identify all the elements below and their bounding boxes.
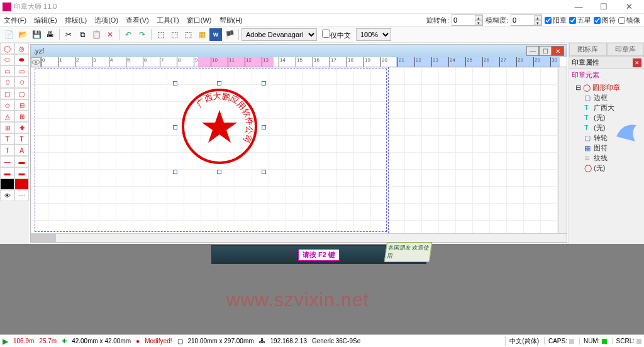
tool-line-icon[interactable]: —	[0, 156, 14, 167]
tool-rect-icon[interactable]: ▭	[0, 65, 14, 77]
grid-icon[interactable]: ▦	[196, 28, 208, 41]
tree-root[interactable]: 圆形印章	[592, 83, 620, 92]
handle-se[interactable]	[262, 170, 266, 174]
close-button[interactable]: ✕	[616, 0, 641, 14]
tree-symbol[interactable]: 图符	[594, 143, 608, 153]
copy-icon[interactable]: ⧉	[76, 28, 89, 41]
tool-bar-icon[interactable]: ▬	[14, 156, 29, 167]
tab-icon-lib[interactable]: 图标库	[569, 43, 607, 56]
open-icon[interactable]: 📂	[16, 28, 29, 41]
check-tufu[interactable]: 图符	[594, 16, 616, 25]
word-icon[interactable]: W	[209, 28, 222, 41]
blur-spinner[interactable]: ▴▾	[511, 14, 542, 26]
check-cn-only[interactable]: 仅中文	[322, 30, 351, 40]
blur-input[interactable]	[511, 16, 534, 24]
ruler-corner-eye-icon[interactable]	[31, 57, 41, 67]
tool-rect2-icon[interactable]: ▭	[14, 65, 29, 77]
rotation-down[interactable]: ▾	[475, 20, 482, 25]
check-mirror[interactable]: 镜像	[618, 16, 640, 25]
tool-text-icon[interactable]: T	[0, 133, 14, 145]
align-left-icon[interactable]: ⬚	[154, 28, 167, 41]
handle-s[interactable]	[217, 170, 221, 174]
tool-oval-icon[interactable]: ⬭	[0, 54, 14, 65]
vertical-scrollbar[interactable]	[558, 67, 567, 233]
rotation-spinner[interactable]: ▴▾	[452, 14, 483, 26]
handle-nw[interactable]	[173, 81, 177, 85]
tool-cross-icon[interactable]: ✚	[14, 122, 29, 133]
tool-ring-icon[interactable]: ◎	[14, 43, 29, 54]
minimize-button[interactable]: —	[566, 0, 591, 14]
handle-sw[interactable]	[173, 170, 177, 174]
save-icon[interactable]: 💾	[30, 28, 43, 41]
tool-color-icon[interactable]	[14, 179, 29, 190]
menu-help[interactable]: 帮助(H)	[219, 16, 243, 25]
tool-bar2-icon[interactable]: ▬	[14, 167, 29, 179]
print-icon[interactable]: 🖶	[44, 28, 57, 41]
blur-down[interactable]: ▾	[534, 20, 541, 25]
tool-textv-icon[interactable]: T	[0, 145, 14, 156]
undo-icon[interactable]: ↶	[122, 28, 135, 41]
new-icon[interactable]: 📄	[3, 28, 15, 41]
tree-border[interactable]: 边框	[594, 93, 608, 102]
rotation-input[interactable]	[452, 16, 475, 24]
tree-none2[interactable]: (无)	[594, 123, 605, 133]
menu-tools[interactable]: 工具(T)	[157, 16, 179, 25]
horizontal-ruler[interactable]: 0123456789101112131415161718192021222324…	[41, 57, 567, 67]
cut-icon[interactable]: ✂	[62, 28, 75, 41]
menu-options[interactable]: 选项(O)	[94, 16, 118, 25]
handle-n[interactable]	[217, 81, 221, 85]
tool-round2-icon[interactable]: ⬯	[14, 77, 29, 88]
canvas[interactable]: 广西大鹏应用软件公司	[31, 67, 567, 233]
delete-icon[interactable]: ✕	[104, 28, 116, 41]
menu-layout[interactable]: 排版(L)	[65, 16, 87, 25]
tool-grid-icon[interactable]: ⊞	[0, 122, 14, 133]
paste-icon[interactable]: 📋	[90, 28, 103, 41]
maximize-button[interactable]: ☐	[591, 0, 616, 14]
align-right-icon[interactable]: ⬚	[182, 28, 194, 41]
tool-text2-icon[interactable]: T	[14, 133, 29, 145]
rotation-up[interactable]: ▴	[475, 15, 482, 20]
horizontal-scrollbar[interactable]	[31, 233, 567, 242]
tool-oval2-icon[interactable]: ⬬	[14, 54, 29, 65]
tool-square-icon[interactable]: ▢	[0, 88, 14, 99]
element-tree[interactable]: ⊟◯圆形印章 ▢边框 T广西大 T(无) T(无) ▢转轮 ▦图符 ≋纹线 ◯(…	[569, 81, 644, 174]
blur-up[interactable]: ▴	[534, 15, 541, 20]
tool-text3-icon[interactable]: A	[14, 145, 29, 156]
menu-window[interactable]: 窗口(W)	[187, 16, 212, 25]
properties-close-icon[interactable]: ✕	[633, 58, 641, 67]
tool-black-icon[interactable]	[0, 179, 14, 190]
handle-ne[interactable]	[262, 81, 266, 85]
tree-texture[interactable]: 纹线	[594, 153, 608, 163]
handle-w[interactable]	[173, 125, 177, 129]
check-yang[interactable]: 阳章	[545, 16, 567, 25]
zoom-combo[interactable]: 100%	[356, 28, 391, 41]
play-icon[interactable]: ▶	[3, 337, 8, 346]
font-combo[interactable]: Adobe Devanagari	[242, 28, 317, 41]
tool-triangle-icon[interactable]: △	[0, 111, 14, 122]
tree-text1[interactable]: 广西大	[594, 103, 614, 113]
tool-frame-icon[interactable]: ▬	[0, 167, 14, 179]
align-center-icon[interactable]: ⬚	[168, 28, 180, 41]
menu-edit[interactable]: 编辑(E)	[34, 16, 57, 25]
doc-minimize-button[interactable]: —	[526, 46, 539, 56]
tree-none1[interactable]: (无)	[594, 113, 605, 123]
tool-diamond-icon[interactable]: ◇	[0, 99, 14, 111]
tool-eye-icon[interactable]: 👁	[0, 190, 14, 201]
tool-circle-icon[interactable]: ◯	[0, 43, 14, 54]
handle-e[interactable]	[262, 125, 266, 129]
check-star[interactable]: 五星	[569, 16, 591, 25]
tab-seal-lib[interactable]: 印章库	[607, 43, 645, 56]
tool-table-icon[interactable]: ⊞	[14, 111, 29, 122]
redo-icon[interactable]: ↷	[136, 28, 148, 41]
tool-grid2-icon[interactable]: ⊟	[14, 99, 29, 111]
tool-sq2-icon[interactable]: ▢	[14, 88, 29, 99]
tree-none3[interactable]: (无)	[594, 163, 605, 173]
tool-more-icon[interactable]: ⋯	[14, 190, 29, 201]
flag-icon[interactable]: 🏴	[223, 28, 236, 41]
doc-maximize-button[interactable]: ☐	[539, 46, 552, 56]
menu-view[interactable]: 查看(V)	[126, 16, 149, 25]
tool-roundrect-icon[interactable]: ⬯	[0, 77, 14, 88]
menu-file[interactable]: 文件(F)	[4, 16, 26, 25]
tree-wheel[interactable]: 转轮	[594, 133, 608, 143]
doc-close-button[interactable]: ✕	[552, 46, 564, 56]
